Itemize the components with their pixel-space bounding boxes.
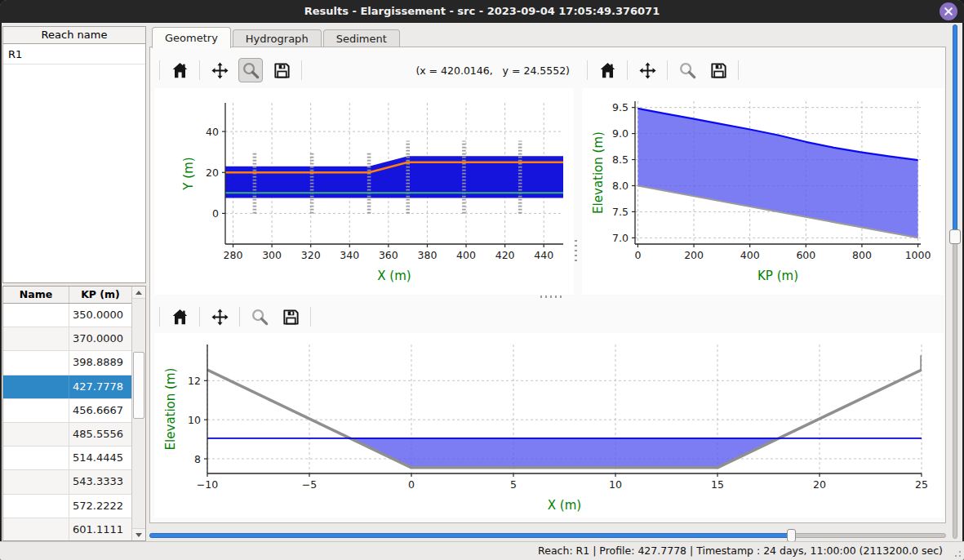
scrollbar-thumb[interactable] (133, 352, 144, 419)
cell-name (3, 376, 69, 398)
cell-name (3, 423, 69, 446)
home-button[interactable] (167, 58, 192, 82)
toolbar-separator (239, 307, 240, 327)
svg-text:600: 600 (796, 249, 815, 261)
longitudinal-toolbar (583, 55, 942, 86)
cell-name (3, 304, 69, 327)
svg-text:10: 10 (188, 414, 201, 426)
slider-handle[interactable] (787, 529, 796, 542)
svg-text:200: 200 (684, 249, 704, 261)
titlebar[interactable]: Results - Elargissement - src - 2023-09-… (0, 0, 964, 23)
svg-text:5: 5 (510, 478, 517, 491)
pan-button[interactable] (207, 304, 232, 329)
toolbar-separator (738, 60, 739, 80)
svg-text:0: 0 (212, 207, 219, 220)
tab-sediment[interactable]: Sediment (323, 29, 400, 47)
cell-name (3, 518, 69, 540)
vertical-splitter-handle[interactable] (575, 240, 577, 263)
toolbar-separator (667, 60, 668, 80)
svg-text:20: 20 (813, 478, 826, 491)
slider-handle[interactable] (949, 229, 961, 244)
home-button[interactable] (167, 304, 192, 329)
svg-text:15: 15 (711, 478, 724, 491)
zoom-button[interactable] (247, 304, 272, 329)
cell-kp: 398.8889 (69, 351, 131, 374)
svg-text:0: 0 (408, 478, 415, 491)
svg-text:400: 400 (456, 249, 476, 261)
toolbar-separator (159, 60, 160, 80)
pan-button[interactable] (207, 58, 232, 82)
column-header-kp[interactable]: KP (m) (69, 287, 131, 303)
tab-geometry[interactable]: Geometry (152, 27, 231, 48)
cell-name (3, 495, 69, 518)
scroll-up-button[interactable] (132, 287, 145, 299)
horizontal-splitter-handle[interactable] (540, 296, 563, 298)
cell-name (3, 351, 69, 374)
arrow-down-icon (135, 533, 142, 537)
reach-list-header: Reach name (3, 27, 145, 44)
close-icon (940, 2, 957, 20)
table-row[interactable]: 370.0000 (3, 327, 131, 351)
reach-list: Reach name R1 (2, 26, 146, 283)
svg-text:7.5: 7.5 (612, 206, 629, 218)
plan-view-chart[interactable]: 28030032034036038040042044002040X (m)Y (… (154, 88, 574, 295)
cross-section-toolbar (155, 301, 573, 332)
tab-hydrograph[interactable]: Hydrograph (233, 29, 322, 47)
svg-text:Elevation (m): Elevation (m) (591, 131, 606, 214)
vertical-slider[interactable] (948, 24, 962, 539)
zoom-button[interactable] (675, 58, 700, 82)
pan-icon (211, 61, 229, 80)
longitudinal-profile-chart[interactable]: 020040060080010007.07.58.08.59.09.5KP (m… (582, 88, 944, 295)
svg-text:10: 10 (609, 478, 622, 491)
cell-kp: 514.4445 (69, 447, 131, 469)
cell-kp: 543.3333 (69, 470, 131, 493)
svg-text:0: 0 (634, 249, 641, 261)
table-row[interactable]: 543.3333 (3, 470, 131, 494)
table-scrollbar[interactable] (131, 287, 145, 540)
cell-name (3, 470, 69, 493)
save-button[interactable] (269, 58, 294, 82)
slider-fill (149, 533, 792, 538)
pan-button[interactable] (635, 58, 660, 82)
table-row[interactable]: 350.0000 (3, 304, 131, 327)
cross-section-chart[interactable]: −10−5051015202581012X (m)Elevation (m) (154, 333, 944, 518)
table-row[interactable]: 601.1111 (3, 518, 131, 540)
cell-kp: 427.7778 (69, 376, 131, 398)
cell-name (3, 327, 69, 350)
svg-text:320: 320 (301, 249, 321, 261)
table-row[interactable]: 572.2222 (3, 495, 131, 518)
resize-grip[interactable] (952, 548, 962, 558)
toolbar-separator (159, 307, 160, 327)
cell-kp: 601.1111 (69, 518, 131, 540)
toolbar-separator (310, 307, 311, 327)
svg-text:400: 400 (740, 249, 760, 261)
save-icon (273, 61, 291, 80)
save-icon (709, 61, 728, 80)
svg-text:800: 800 (852, 249, 872, 261)
table-row[interactable]: 485.5556 (3, 423, 131, 447)
svg-text:X (m): X (m) (548, 498, 581, 513)
column-header-name[interactable]: Name (3, 287, 69, 303)
app-window: Results - Elargissement - src - 2023-09-… (0, 0, 964, 560)
svg-text:−5: −5 (302, 478, 317, 491)
svg-text:8: 8 (194, 453, 201, 465)
save-button[interactable] (278, 304, 303, 329)
close-button[interactable] (940, 2, 957, 20)
table-row[interactable]: 427.7778 (3, 376, 131, 399)
svg-text:420: 420 (495, 249, 515, 261)
svg-text:40: 40 (206, 126, 219, 138)
home-button[interactable] (595, 58, 620, 82)
timeline-slider[interactable] (149, 529, 946, 542)
table-row[interactable]: 456.6667 (3, 399, 131, 423)
window-title: Results - Elargissement - src - 2023-09-… (0, 0, 964, 23)
svg-text:Y (m): Y (m) (181, 157, 196, 190)
reach-item-r1[interactable]: R1 (3, 44, 145, 64)
save-button[interactable] (706, 58, 731, 82)
zoom-button[interactable] (238, 58, 263, 82)
svg-text:340: 340 (340, 249, 359, 261)
table-row[interactable]: 398.8889 (3, 351, 131, 375)
table-row[interactable]: 514.4445 (3, 447, 131, 470)
scroll-down-button[interactable] (132, 528, 145, 540)
svg-text:20: 20 (206, 167, 219, 179)
status-text: Reach: R1 | Profile: 427.7778 | Timestam… (538, 542, 943, 560)
